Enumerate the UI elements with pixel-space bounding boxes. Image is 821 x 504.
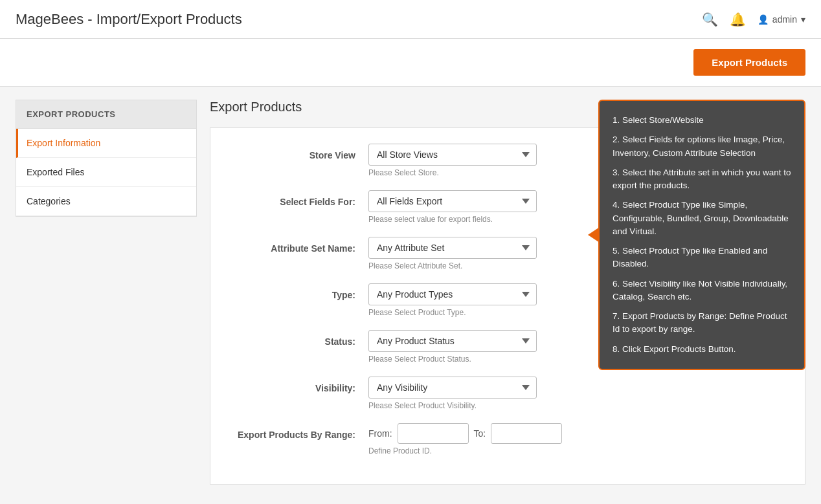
sidebar: EXPORT PRODUCTS Export Information Expor…	[16, 100, 197, 494]
page-title: MageBees - Import/Export Products	[16, 11, 242, 28]
attribute-set-field: Any Attribute Set Please Select Attribut…	[368, 237, 537, 270]
from-label: From:	[368, 428, 392, 439]
attribute-set-label: Attribute Set Name:	[226, 237, 368, 254]
range-field: From: To: Define Product ID.	[368, 423, 537, 455]
sidebar-title: EXPORT PRODUCTS	[16, 100, 197, 129]
select-fields-field: All Fields Export Please select value fo…	[368, 190, 537, 224]
type-select[interactable]: Any Product Types	[368, 283, 537, 305]
tooltip-step-2: 2. Select Fields for options like Image,…	[613, 133, 791, 160]
to-label: To:	[474, 428, 486, 439]
status-select[interactable]: Any Product Status	[368, 330, 537, 352]
type-label: Type:	[226, 283, 368, 300]
tooltip-arrow	[588, 227, 600, 243]
tooltip-step-6: 6. Select Visibility like Not Visible In…	[613, 278, 791, 304]
select-fields-label: Select Fields For:	[226, 190, 368, 207]
main-layout: EXPORT PRODUCTS Export Information Expor…	[0, 87, 821, 504]
range-row: Export Products By Range: From: To: Defi…	[226, 423, 789, 455]
attribute-set-hint: Please Select Attribute Set.	[368, 261, 537, 270]
store-view-field: All Store Views Please Select Store.	[368, 144, 537, 177]
visibility-select[interactable]: Any Visibility	[368, 377, 537, 399]
tooltip-step-7: 7. Export Products by Range: Define Prod…	[613, 310, 791, 336]
store-view-select[interactable]: All Store Views	[368, 144, 537, 166]
search-icon[interactable]: 🔍	[702, 12, 718, 27]
sidebar-nav: Export Information Exported Files Catego…	[16, 129, 197, 217]
user-icon: 👤	[758, 14, 769, 25]
type-hint: Please Select Product Type.	[368, 308, 537, 317]
select-fields-select[interactable]: All Fields Export	[368, 190, 537, 212]
store-view-label: Store View	[226, 144, 368, 160]
visibility-row: Visibility: Any Visibility Please Select…	[226, 377, 789, 410]
range-label: Export Products By Range:	[226, 423, 368, 440]
range-inputs: From: To:	[368, 423, 537, 444]
status-label: Status:	[226, 330, 368, 347]
content-area: Export Products Store View All Store Vie…	[210, 100, 805, 494]
sidebar-item-categories[interactable]: Categories	[16, 187, 196, 216]
username: admin	[772, 14, 797, 25]
user-menu[interactable]: 👤 admin ▾	[758, 14, 805, 25]
tooltip-step-1: 1. Select Store/Website	[613, 114, 791, 127]
tooltip-step-4: 4. Select Product Type like Simple, Conf…	[613, 199, 791, 238]
range-hint: Define Product ID.	[368, 446, 537, 455]
tooltip-panel: 1. Select Store/Website 2. Select Fields…	[598, 100, 805, 370]
export-products-button[interactable]: Export Products	[693, 49, 805, 76]
from-input[interactable]	[398, 423, 469, 444]
toolbar: Export Products	[0, 39, 821, 87]
status-hint: Please Select Product Status.	[368, 355, 537, 364]
status-field: Any Product Status Please Select Product…	[368, 330, 537, 364]
sidebar-item-exported-files[interactable]: Exported Files	[16, 158, 196, 187]
type-field: Any Product Types Please Select Product …	[368, 283, 537, 317]
visibility-field: Any Visibility Please Select Product Vis…	[368, 377, 537, 410]
attribute-set-select[interactable]: Any Attribute Set	[368, 237, 537, 259]
tooltip-step-8: 8. Click Export Products Button.	[613, 343, 791, 356]
tooltip-step-3: 3. Select the Attribute set in which you…	[613, 166, 791, 193]
visibility-hint: Please Select Product Visibility.	[368, 401, 537, 410]
store-view-hint: Please Select Store.	[368, 168, 537, 177]
header: MageBees - Import/Export Products 🔍 🔔 👤 …	[0, 0, 821, 39]
visibility-label: Visibility:	[226, 377, 368, 393]
sidebar-item-export-information[interactable]: Export Information	[16, 129, 196, 158]
select-fields-hint: Please select value for export fields.	[368, 215, 537, 224]
tooltip-step-5: 5. Select Product Type like Enabled and …	[613, 245, 791, 271]
to-input[interactable]	[491, 423, 562, 444]
chevron-down-icon: ▾	[801, 14, 805, 25]
bell-icon[interactable]: 🔔	[730, 12, 746, 27]
header-actions: 🔍 🔔 👤 admin ▾	[702, 12, 805, 27]
